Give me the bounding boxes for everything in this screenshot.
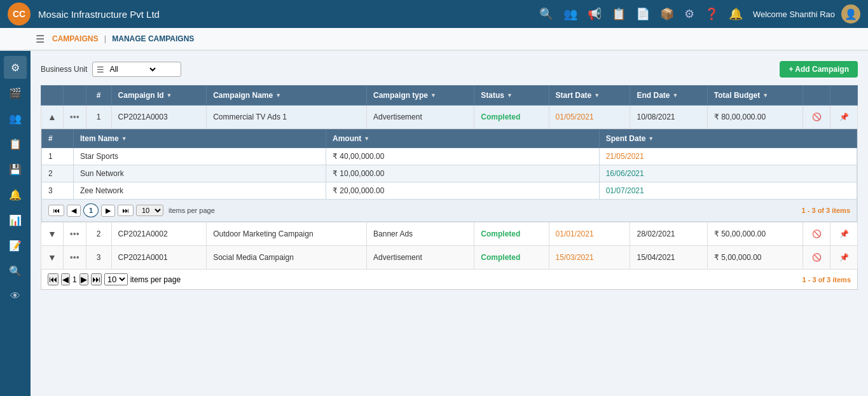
- row2-expand-button[interactable]: ▼: [48, 229, 57, 239]
- row1-start-date: 01/05/2021: [549, 106, 630, 129]
- hamburger-icon[interactable]: ☰: [36, 33, 45, 45]
- table-row: ▼ ••• 3 CP2021A0001 Social Media Campaig…: [41, 246, 858, 270]
- sidebar-item-tasks[interactable]: 📋: [4, 132, 27, 155]
- search-icon[interactable]: 🔍: [539, 7, 553, 21]
- sub-pg-current[interactable]: 1: [83, 203, 99, 217]
- th-end-date[interactable]: End Date ▼: [630, 86, 707, 106]
- sidebar-item-save[interactable]: 💾: [4, 158, 27, 181]
- row3-expand-button[interactable]: ▼: [48, 252, 57, 263]
- row1-collapse-button[interactable]: ▲: [48, 112, 57, 122]
- add-campaign-button[interactable]: + Add Campaign: [780, 61, 858, 78]
- row3-expand-cell: ▼: [41, 246, 64, 270]
- outer-pg-first[interactable]: ⏮: [48, 273, 59, 285]
- row3-menu-button[interactable]: •••: [70, 252, 79, 263]
- gear-icon[interactable]: ⚙: [684, 7, 694, 21]
- th-start-date[interactable]: Start Date ▼: [549, 86, 630, 106]
- th-expand: [41, 86, 64, 106]
- row3-dots-cell: •••: [63, 246, 86, 270]
- outer-pg-prev[interactable]: ◀: [61, 273, 70, 285]
- megaphone-icon[interactable]: 📢: [588, 7, 602, 21]
- sub-table: # Item Name▼ Amount▼: [41, 129, 857, 200]
- row2-end-date: 28/02/2021: [630, 222, 707, 246]
- business-unit-select[interactable]: All: [107, 64, 158, 74]
- row3-status: Completed: [474, 246, 549, 270]
- sidebar-item-notes[interactable]: 📝: [4, 234, 27, 257]
- document-icon[interactable]: 📄: [636, 7, 650, 21]
- sub-pg-first[interactable]: ⏮: [48, 205, 64, 216]
- user-avatar[interactable]: 👤: [841, 4, 860, 24]
- row2-delete-icon[interactable]: 🚫: [809, 227, 823, 241]
- bell-icon[interactable]: 🔔: [729, 7, 743, 21]
- outer-pg-current[interactable]: 1: [72, 275, 77, 284]
- sub-sort-amount: ▼: [364, 135, 369, 142]
- row2-dots-cell: •••: [63, 222, 86, 246]
- list-icon: ☰: [97, 65, 104, 74]
- row2-menu-button[interactable]: •••: [70, 229, 79, 239]
- sidebar-item-view[interactable]: 👁: [4, 285, 27, 308]
- outer-pg-last[interactable]: ⏭: [91, 273, 102, 285]
- table-row: ▼ ••• 2 CP2021A0002 Outdoor Marketing Ca…: [41, 222, 858, 246]
- sidebar-item-notifications[interactable]: 🔔: [4, 183, 27, 206]
- row1-action1: 🚫: [803, 106, 830, 129]
- sub-row1-num: 1: [42, 148, 74, 165]
- calendar-icon[interactable]: 📋: [612, 7, 626, 21]
- sort-icon-name: ▼: [275, 92, 281, 99]
- sub-th-num[interactable]: #: [42, 130, 74, 148]
- row2-pin-icon[interactable]: 📌: [837, 227, 851, 241]
- row3-action1: 🚫: [803, 246, 830, 270]
- sub-row1-amount: ₹ 40,00,000.00: [326, 148, 600, 165]
- sub-row2-num: 2: [42, 165, 74, 182]
- outer-per-page-select[interactable]: 10 20 50: [104, 273, 128, 285]
- row3-delete-icon[interactable]: 🚫: [809, 250, 823, 264]
- sub-pg-prev[interactable]: ◀: [67, 205, 81, 217]
- sort-icon-start: ▼: [594, 92, 600, 99]
- sidebar-item-search[interactable]: 🔍: [4, 259, 27, 282]
- sub-pg-last[interactable]: ⏭: [118, 205, 134, 216]
- users-icon[interactable]: 👥: [563, 7, 577, 21]
- sub-per-page-select[interactable]: 10 20 50: [136, 205, 163, 216]
- expanded-sub-row: # Item Name▼ Amount▼: [41, 129, 858, 222]
- sub-th-spent-date[interactable]: Spent Date▼: [599, 130, 857, 148]
- row1-pin-icon[interactable]: 📌: [837, 110, 851, 124]
- table-header-row: # Campaign Id ▼ Campaign Name ▼: [41, 86, 858, 106]
- breadcrumb-parent[interactable]: CAMPAIGNS: [52, 34, 98, 43]
- sub-row1-name: Star Sports: [74, 148, 326, 165]
- outer-items-count: 1 - 3 of 3 items: [803, 276, 851, 283]
- row3-end-date: 15/04/2021: [630, 246, 707, 270]
- sub-row3-amount: ₹ 20,00,000.00: [326, 182, 600, 200]
- row2-action2: 📌: [830, 222, 858, 246]
- sub-pg-next[interactable]: ▶: [101, 205, 115, 217]
- th-total-budget[interactable]: Total Budget ▼: [707, 86, 803, 106]
- row1-delete-icon[interactable]: 🚫: [809, 110, 823, 124]
- sub-th-item-name[interactable]: Item Name▼: [74, 130, 326, 148]
- sidebar-item-settings[interactable]: ⚙: [4, 56, 27, 79]
- sub-row1-date: 21/05/2021: [599, 148, 857, 165]
- th-campaign-type[interactable]: Campaign type ▼: [367, 86, 474, 106]
- breadcrumb: CAMPAIGNS | MANAGE CAMPAIGNS: [52, 34, 194, 43]
- th-campaign-id[interactable]: Campaign Id ▼: [111, 86, 207, 106]
- filter-label: Business Unit: [41, 65, 87, 74]
- row2-expand-cell: ▼: [41, 222, 64, 246]
- row3-pin-icon[interactable]: 📌: [837, 250, 851, 264]
- row2-num: 2: [86, 222, 111, 246]
- row1-num: 1: [86, 106, 111, 129]
- sub-table-header-row: # Item Name▼ Amount▼: [42, 130, 857, 148]
- help-icon[interactable]: ❓: [705, 7, 719, 21]
- sub-table-cell: # Item Name▼ Amount▼: [41, 129, 858, 222]
- row1-budget: ₹ 80,00,000.00: [707, 106, 803, 129]
- sub-table-row: 3 Zee Network ₹ 20,00,000.00 01/07/2021: [42, 182, 857, 200]
- th-row-actions2: [830, 86, 858, 106]
- sub-th-amount[interactable]: Amount▼: [326, 130, 600, 148]
- outer-pg-next[interactable]: ▶: [79, 273, 88, 285]
- row1-menu-button[interactable]: •••: [70, 112, 79, 122]
- th-campaign-name[interactable]: Campaign Name ▼: [207, 86, 367, 106]
- sub-table-row: 2 Sun Network ₹ 10,00,000.00 16/06/2021: [42, 165, 857, 182]
- sidebar-item-analytics[interactable]: 📊: [4, 208, 27, 231]
- th-status[interactable]: Status ▼: [474, 86, 549, 106]
- sidebar-item-users[interactable]: 👥: [4, 107, 27, 130]
- row3-budget: ₹ 5,00,000.00: [707, 246, 803, 270]
- row1-status: Completed: [474, 106, 549, 129]
- sidebar-item-media[interactable]: 🎬: [4, 81, 27, 104]
- package-icon[interactable]: 📦: [660, 7, 674, 21]
- breadcrumb-separator: |: [104, 34, 106, 43]
